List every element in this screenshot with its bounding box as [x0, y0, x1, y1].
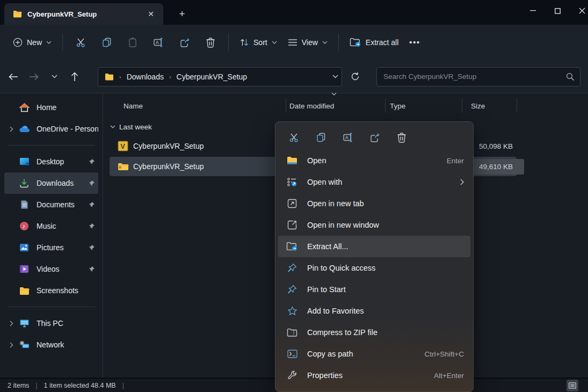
items-count: 2 items — [8, 382, 29, 389]
delete-button[interactable] — [198, 33, 223, 52]
view-button[interactable]: View — [282, 34, 333, 51]
desktop-icon — [18, 156, 30, 167]
share-button[interactable] — [172, 33, 198, 52]
recent-locations-chevron[interactable] — [44, 67, 64, 86]
chevron-down-icon — [322, 41, 328, 44]
menu-item-properties[interactable]: Properties Alt+Enter — [278, 365, 470, 386]
new-button[interactable]: New — [8, 33, 57, 52]
delete-icon[interactable] — [392, 128, 411, 147]
cut-icon[interactable] — [285, 128, 304, 147]
column-header-date-modified[interactable]: Date modified — [286, 99, 386, 113]
sidebar-item-pictures[interactable]: Pictures — [4, 237, 98, 258]
share-icon[interactable] — [365, 128, 384, 147]
more-options-button[interactable]: ••• — [404, 34, 426, 51]
pin-icon — [85, 180, 97, 187]
sidebar-item-label: Videos — [37, 265, 85, 273]
forward-button[interactable] — [24, 67, 44, 86]
sidebar-item-label: This PC — [37, 319, 98, 328]
svg-text:♪: ♪ — [23, 223, 26, 229]
zip-folder-icon — [117, 161, 129, 172]
svg-text:A: A — [156, 40, 159, 45]
sidebar-item-music[interactable]: ♪ Music — [4, 215, 98, 237]
menu-item-label: Copy as path — [307, 350, 424, 358]
copy-button[interactable] — [94, 33, 120, 52]
column-header-size[interactable]: Size — [462, 99, 517, 113]
column-header-name[interactable]: Name — [103, 99, 286, 113]
close-window-button[interactable] — [570, 0, 588, 21]
extract-all-button[interactable]: Extract all — [344, 33, 404, 52]
column-header-type[interactable]: Type — [386, 99, 462, 113]
menu-item-label: Open in new window — [307, 221, 464, 229]
sidebar-item-this-pc[interactable]: This PC — [4, 313, 98, 334]
title-bar: CyberpunkVR_Setup ✕ + — [0, 0, 588, 25]
menu-item-shortcut: Enter — [447, 157, 464, 165]
menu-item-open-in-new-tab[interactable]: Open in new tab — [278, 193, 470, 214]
open-folder-icon — [286, 156, 299, 165]
minimize-button[interactable] — [520, 0, 545, 21]
menu-item-label: Add to Favorites — [307, 307, 464, 315]
status-divider: | — [122, 382, 124, 389]
collapse-chevron-icon — [103, 125, 119, 128]
toolbar-divider — [62, 34, 63, 51]
menu-item-pin-to-quick-access[interactable]: Pin to Quick access — [278, 257, 470, 279]
sidebar-item-onedrive[interactable]: OneDrive - Persona — [4, 118, 98, 140]
menu-item-copy-as-path[interactable]: Copy as path Ctrl+Shift+C — [278, 343, 470, 365]
back-button[interactable] — [3, 67, 24, 86]
sidebar-item-downloads[interactable]: Downloads — [4, 172, 98, 194]
sidebar-item-home[interactable]: Home — [4, 97, 98, 118]
menu-item-add-to-favorites[interactable]: Add to Favorites — [278, 300, 470, 322]
maximize-button[interactable] — [545, 0, 570, 21]
pin-icon — [286, 263, 299, 273]
file-size: 50,098 KB — [473, 139, 524, 154]
file-name: CyberpunkVR_Setup — [133, 142, 204, 150]
address-dropdown-chevron[interactable] — [332, 75, 338, 78]
sidebar-item-label: Network — [37, 340, 98, 349]
address-bar[interactable]: › Downloads › CyberpunkVR_Setup — [98, 67, 342, 86]
context-menu: A Open Enter Open with Open in new tab O… — [275, 121, 474, 392]
rename-icon[interactable]: A — [338, 128, 358, 147]
pin-icon — [85, 244, 97, 251]
menu-item-compress-to-zip[interactable]: Compress to ZIP file — [278, 322, 470, 343]
menu-item-pin-to-start[interactable]: Pin to Start — [278, 279, 470, 300]
sidebar-item-desktop[interactable]: Desktop — [4, 151, 98, 172]
context-menu-quick-actions: A — [278, 125, 470, 150]
trash-icon — [206, 37, 215, 48]
new-tab-button[interactable]: + — [173, 6, 191, 22]
breadcrumb-item-current[interactable]: CyberpunkVR_Setup — [177, 72, 248, 81]
sidebar-item-label: Music — [37, 222, 85, 230]
file-size: 49,610 KB — [473, 159, 524, 175]
explorer-tab[interactable]: CyberpunkVR_Setup ✕ — [4, 3, 163, 25]
sidebar-item-videos[interactable]: Videos — [4, 258, 98, 280]
menu-item-open[interactable]: Open Enter — [278, 150, 470, 171]
sidebar-item-label: Documents — [37, 200, 85, 209]
breadcrumb-item-downloads[interactable]: Downloads — [127, 72, 164, 81]
up-button[interactable] — [64, 67, 85, 86]
cut-button[interactable] — [68, 33, 94, 52]
sidebar-item-screenshots[interactable]: Screenshots — [4, 280, 98, 301]
search-box — [376, 67, 580, 86]
sidebar-item-label: OneDrive - Persona — [37, 125, 98, 133]
paste-button[interactable] — [120, 33, 146, 52]
refresh-button[interactable] — [345, 67, 365, 86]
new-button-label: New — [27, 38, 42, 47]
menu-item-extract-all[interactable]: Extract All... — [278, 236, 470, 257]
close-tab-icon[interactable]: ✕ — [144, 7, 158, 21]
menu-item-label: Extract All... — [307, 242, 464, 251]
menu-item-label: Open in new tab — [307, 199, 464, 208]
sidebar-item-documents[interactable]: Documents — [4, 194, 98, 215]
menu-item-open-in-new-window[interactable]: Open in new window — [278, 214, 470, 236]
search-input[interactable] — [383, 72, 566, 81]
copy-icon[interactable] — [311, 128, 331, 147]
rename-button[interactable]: A — [146, 33, 172, 52]
view-list-icon — [288, 39, 297, 46]
open-new-window-icon — [286, 220, 299, 230]
sort-button[interactable]: Sort — [234, 33, 282, 52]
expand-chevron-icon — [4, 342, 18, 348]
details-view-toggle[interactable] — [567, 380, 578, 391]
sidebar-item-network[interactable]: Network — [4, 334, 98, 355]
navigation-bar: › Downloads › CyberpunkVR_Setup — [0, 60, 588, 93]
sidebar-divider — [8, 307, 95, 307]
sort-ascending-icon — [331, 92, 337, 96]
submenu-chevron-icon — [460, 179, 464, 185]
menu-item-open-with[interactable]: Open with — [278, 171, 470, 193]
